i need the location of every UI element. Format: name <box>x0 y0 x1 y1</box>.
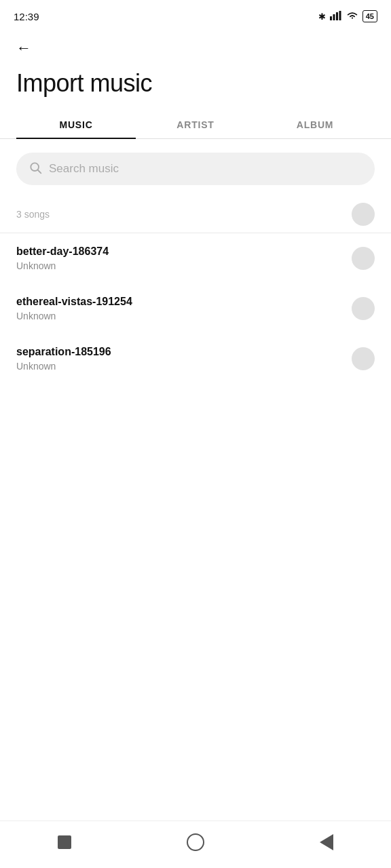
top-nav: ← <box>0 30 391 60</box>
songs-count-row: 3 songs <box>0 191 391 233</box>
search-icon <box>29 161 42 177</box>
song-list: better-day-186374 Unknown ethereal-vista… <box>0 233 391 821</box>
svg-rect-0 <box>330 16 332 20</box>
song-select-button[interactable] <box>352 297 375 320</box>
recents-icon <box>58 835 71 849</box>
back-button[interactable]: ← <box>14 37 34 60</box>
status-icons: ✱ 45 <box>318 10 377 22</box>
song-select-button[interactable] <box>352 347 375 370</box>
song-artist: Unknown <box>16 311 352 321</box>
signal-icon <box>330 11 342 22</box>
back-arrow-icon: ← <box>16 39 31 57</box>
home-button[interactable] <box>173 827 218 858</box>
song-info: separation-185196 Unknown <box>16 346 352 372</box>
song-title: separation-185196 <box>16 346 352 358</box>
svg-rect-3 <box>339 11 341 20</box>
song-artist: Unknown <box>16 260 352 271</box>
home-icon <box>187 833 204 851</box>
svg-line-5 <box>38 170 41 174</box>
tab-album[interactable]: ALBUM <box>255 111 375 138</box>
back-nav-button[interactable] <box>306 827 347 857</box>
song-info: ethereal-vistas-191254 Unknown <box>16 296 352 321</box>
song-title: ethereal-vistas-191254 <box>16 296 352 308</box>
list-item: ethereal-vistas-191254 Unknown <box>0 283 391 334</box>
search-bar <box>16 153 375 185</box>
wifi-icon <box>346 11 358 22</box>
status-bar: 12:39 ✱ 45 <box>0 0 391 30</box>
battery-icon: 45 <box>362 10 377 22</box>
recents-button[interactable] <box>44 829 85 856</box>
svg-rect-1 <box>333 14 335 20</box>
songs-count: 3 songs <box>16 209 50 220</box>
tab-artist[interactable]: ARTIST <box>136 111 255 138</box>
bluetooth-icon: ✱ <box>318 12 326 22</box>
back-nav-icon <box>320 834 333 850</box>
search-input[interactable] <box>49 162 362 176</box>
bottom-nav <box>0 821 391 868</box>
tab-music[interactable]: MUSIC <box>16 111 136 138</box>
tabs-container: MUSIC ARTIST ALBUM <box>0 111 391 139</box>
search-container <box>0 139 391 191</box>
song-artist: Unknown <box>16 361 352 372</box>
song-info: better-day-186374 Unknown <box>16 245 352 271</box>
list-item: separation-185196 Unknown <box>0 334 391 384</box>
page-title: Import music <box>0 60 391 111</box>
select-all-button[interactable] <box>352 203 375 226</box>
list-item: better-day-186374 Unknown <box>0 233 391 283</box>
song-select-button[interactable] <box>352 247 375 270</box>
status-time: 12:39 <box>14 11 39 22</box>
song-title: better-day-186374 <box>16 245 352 258</box>
svg-rect-2 <box>336 12 338 20</box>
